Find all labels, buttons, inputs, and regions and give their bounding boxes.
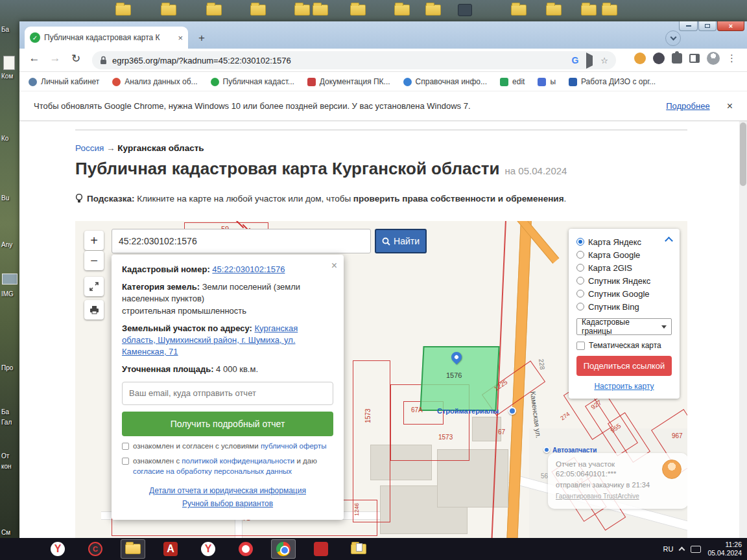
cadastral-map[interactable]: 59 1576 Стройматериалы 67А 67 1573 1573 … [75,221,687,538]
bookmark-item[interactable]: Документация ПК... [307,77,390,86]
desktop-icon-label[interactable]: IMG [1,290,14,298]
desktop-icon-label[interactable]: См [1,529,10,536]
desktop-folder-icon[interactable] [546,5,562,16]
boundaries-select[interactable]: Кадастровые границы [576,318,672,335]
kadnum-search-input[interactable] [112,229,371,253]
offer-link[interactable]: публичной оферты [261,442,327,450]
zoom-out-button[interactable]: − [84,251,104,270]
email-input[interactable] [122,382,333,405]
layer-option[interactable]: Спутник Яндекс [576,274,672,287]
address-bar[interactable]: egrp365.org/map/?kadnum=45:22:030102:157… [92,51,616,69]
chrome-icon[interactable] [271,539,296,559]
google-icon[interactable]: G [571,55,578,65]
desktop-icon-label[interactable]: кон [1,463,12,470]
desktop-folder-icon[interactable] [511,5,527,16]
desktop-folder-icon[interactable] [206,5,222,16]
new-tab-button[interactable]: + [193,30,210,47]
consent-link[interactable]: согласие на обработку персональных данны… [133,467,292,475]
desktop-icon-label[interactable]: Ком [1,73,13,80]
breadcrumb-link-russia[interactable]: Россия [75,143,104,153]
browser-app-icon[interactable]: C [83,539,108,559]
thematic-checkbox-row[interactable]: Тематическая карта [576,341,672,350]
desktop-icon-label[interactable]: Ба [1,26,9,33]
bookmark-item[interactable]: edit [500,77,525,86]
popup-close-icon[interactable]: × [331,259,337,273]
offer-checkbox[interactable] [122,443,129,450]
manual-select-link[interactable]: Ручной выбор вариантов [182,499,273,508]
desktop-folder-icon[interactable] [313,5,328,16]
extension-icon[interactable] [653,52,665,64]
layer-option[interactable]: Карта Яндекс [576,235,672,248]
bookmark-item[interactable]: Анализ данных об... [112,77,197,86]
bookmark-item[interactable]: Работа ДИЗО с орг... [569,77,656,86]
display-tray-icon[interactable] [691,546,701,553]
back-button[interactable]: ← [26,52,43,65]
extensions-puzzle-icon[interactable] [672,53,682,64]
get-report-button[interactable]: Получить подробный отчет [122,412,333,436]
bookmark-item[interactable]: Публичная кадаст... [211,77,294,86]
explorer-icon[interactable] [121,539,145,559]
menu-kebab-icon[interactable]: ⋮ [727,52,737,64]
desktop-icon-label[interactable]: Гал [1,419,12,426]
tab-close-icon[interactable]: × [178,33,183,43]
notice-close-icon[interactable]: × [727,100,733,112]
report-details-link[interactable]: Детали отчета и юридическая информация [149,486,306,495]
forward-button[interactable]: → [47,52,64,65]
scrollbar-thumb[interactable] [740,122,746,186]
poi-icon[interactable] [543,447,550,453]
yandex-browser-icon[interactable]: Y [196,539,220,559]
desktop-app-icon[interactable] [458,4,472,16]
app-icon-red[interactable] [309,539,333,559]
thematic-checkbox[interactable] [576,342,585,350]
find-button[interactable]: Найти [375,229,427,253]
notice-details-link[interactable]: Подробнее [666,101,709,111]
privacy-link[interactable]: политикой конфиденциальности [182,457,294,465]
desktop-folder-icon[interactable] [161,5,176,16]
toast-guarantee-link[interactable]: Гарантировано TrustArchive [556,493,680,500]
desktop-icon-label[interactable]: Ба [1,408,9,415]
map-parcel[interactable] [353,360,390,522]
tab-search-button[interactable] [665,30,681,46]
poi-icon[interactable] [508,407,516,415]
desktop-icon-label[interactable]: Any [1,241,12,248]
minimize-button[interactable] [679,21,698,31]
browser-tab[interactable]: ✓ Публичная кадастровая карта К × [25,27,188,49]
configure-map-link[interactable]: Настроить карту [576,382,672,391]
profile-avatar[interactable] [707,52,720,65]
bookmark-item[interactable]: Личный кабинет [29,77,99,86]
poi-label[interactable]: Стройматериалы [437,407,499,415]
sidebar-icon[interactable] [689,54,700,63]
desktop-image-icon[interactable] [2,274,18,285]
desktop-folder-icon[interactable] [350,5,366,16]
desktop-folder-icon[interactable] [294,5,310,16]
share-icon[interactable] [586,56,593,65]
extension-icon[interactable] [634,52,646,64]
close-button[interactable]: × [717,21,744,31]
opera-icon[interactable] [233,539,258,559]
privacy-checkbox[interactable] [122,458,129,465]
layer-option[interactable]: Спутник Google [576,287,672,300]
maximize-button[interactable] [698,21,717,31]
files-app-icon[interactable] [346,539,371,559]
desktop-folder-icon[interactable] [581,5,597,16]
desktop-icon-label[interactable]: Про [1,364,13,371]
cad-number-link[interactable]: 45:22:030102:1576 [212,264,285,274]
page-scrollbar[interactable] [739,121,747,538]
desktop-icon-label[interactable]: Ко [1,135,8,142]
desktop-folder-icon[interactable] [602,5,617,16]
layer-option[interactable]: Карта Google [576,248,672,261]
desktop-icon-label[interactable]: Bu [1,194,9,202]
acrobat-icon[interactable]: A [158,539,183,559]
language-indicator[interactable]: RU [663,545,674,553]
share-link-button[interactable]: Поделиться ссылкой [576,356,672,376]
clock[interactable]: 11:26 05.04.2024 [707,541,742,557]
desktop-folder-icon[interactable] [394,5,410,16]
bookmark-star-icon[interactable]: ☆ [600,56,608,65]
reload-button[interactable]: ↻ [67,52,84,65]
desktop-document-icon[interactable] [3,56,15,70]
zoom-in-button[interactable]: + [84,231,104,250]
bookmark-item[interactable]: ы [538,77,556,86]
layer-option[interactable]: Спутник Bing [576,300,672,313]
desktop-folder-icon[interactable] [425,5,441,16]
fullscreen-button[interactable] [84,277,104,296]
